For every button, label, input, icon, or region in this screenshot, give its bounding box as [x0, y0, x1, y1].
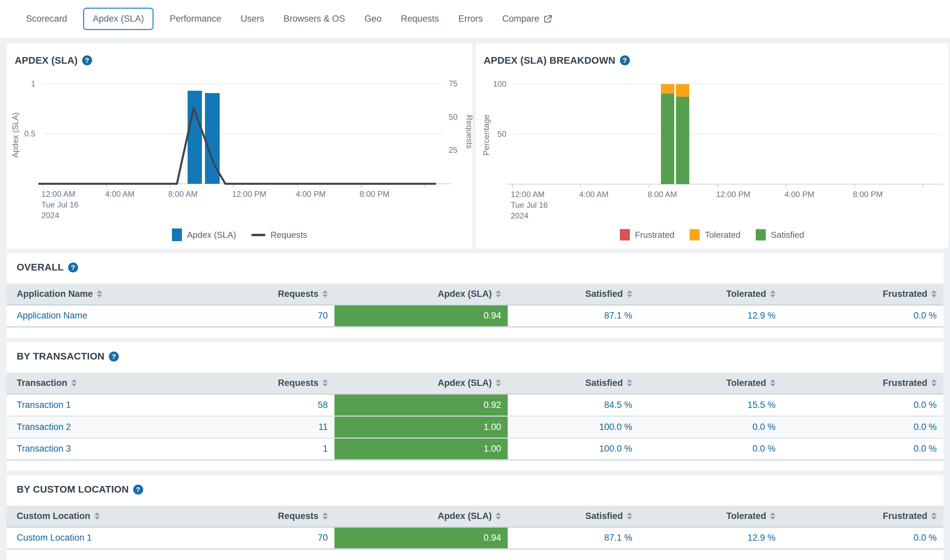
tab-requests[interactable]: Requests	[401, 14, 439, 24]
sort-icon[interactable]	[770, 379, 776, 386]
tab-apdex-sla[interactable]: Apdex (SLA)	[83, 8, 154, 30]
requests-value[interactable]: 70	[318, 533, 328, 543]
transaction-link[interactable]: Transaction 3	[17, 444, 71, 454]
custom-location-link[interactable]: Custom Location 1	[17, 533, 92, 543]
sort-icon[interactable]	[770, 290, 776, 297]
sort-icon[interactable]	[931, 379, 937, 386]
satisfied-value[interactable]: 100.0 %	[599, 444, 632, 454]
requests-value[interactable]: 58	[318, 400, 328, 410]
x-axis-ticks	[512, 184, 923, 188]
sort-icon[interactable]	[496, 290, 501, 297]
col-header-apdex[interactable]: Apdex (SLA)	[335, 506, 508, 527]
satisfied-value[interactable]: 87.1 %	[604, 311, 632, 320]
satisfied-bar-segment[interactable]	[661, 94, 674, 184]
sort-icon[interactable]	[97, 290, 102, 297]
col-header-requests[interactable]: Requests	[194, 506, 335, 527]
requests-line[interactable]	[39, 108, 436, 184]
col-header-tolerated[interactable]: Tolerated	[639, 283, 782, 305]
col-header-satisfied[interactable]: Satisfied	[508, 372, 639, 394]
sort-icon[interactable]	[94, 512, 100, 520]
overall-table: Application Name Requests Apdex (SLA) Sa…	[7, 283, 943, 328]
satisfied-value[interactable]: 100.0 %	[599, 422, 632, 432]
col-header-label: Frustrated	[882, 378, 927, 388]
tolerated-value[interactable]: 12.9 %	[747, 311, 776, 320]
tolerated-value[interactable]: 0.0 %	[753, 422, 776, 432]
apdex-score-cell: 0.94	[335, 527, 508, 549]
sort-icon[interactable]	[496, 379, 501, 386]
tab-performance[interactable]: Performance	[170, 14, 221, 24]
col-header-satisfied[interactable]: Satisfied	[508, 283, 639, 305]
tolerated-value[interactable]: 12.9 %	[747, 533, 776, 543]
col-header-tolerated[interactable]: Tolerated	[639, 372, 782, 394]
tab-errors[interactable]: Errors	[458, 14, 483, 24]
col-header-frustrated[interactable]: Frustrated	[782, 283, 943, 305]
frustrated-value[interactable]: 0.0 %	[914, 533, 937, 543]
tolerated-bar-segment[interactable]	[676, 84, 689, 97]
tolerated-bar-segment[interactable]	[661, 84, 674, 94]
col-header-satisfied[interactable]: Satisfied	[508, 506, 639, 527]
apdex-bar[interactable]	[188, 91, 202, 184]
sort-icon[interactable]	[770, 512, 776, 520]
tolerated-legend-swatch	[689, 229, 700, 240]
legend-item-requests[interactable]: Requests	[251, 230, 307, 240]
sort-icon[interactable]	[322, 290, 328, 297]
legend-item-tolerated[interactable]: Tolerated	[689, 229, 740, 240]
tab-scorecard[interactable]: Scorecard	[26, 14, 67, 24]
sort-icon[interactable]	[627, 379, 632, 386]
table-header-row: Application Name Requests Apdex (SLA) Sa…	[7, 283, 943, 305]
tab-browsers-os[interactable]: Browsers & OS	[284, 14, 345, 24]
col-header-custom-location[interactable]: Custom Location	[7, 506, 194, 527]
sort-icon[interactable]	[931, 290, 937, 297]
table-row: Transaction 3 1 1.00 100.0 % 0.0 % 0.0 %	[7, 438, 943, 460]
frustrated-value[interactable]: 0.0 %	[914, 444, 937, 454]
legend-item-frustrated[interactable]: Frustrated	[620, 229, 675, 240]
transaction-link[interactable]: Transaction 1	[17, 400, 71, 410]
frustrated-value[interactable]: 0.0 %	[914, 400, 937, 410]
help-icon[interactable]: ?	[82, 55, 92, 65]
help-icon[interactable]: ?	[620, 55, 630, 65]
tolerated-value[interactable]: 0.0 %	[753, 444, 776, 454]
col-header-frustrated[interactable]: Frustrated	[782, 506, 943, 527]
col-header-application-name[interactable]: Application Name	[7, 283, 194, 305]
table-row: Custom Location 1 70 0.94 87.1 % 12.9 % …	[7, 527, 943, 549]
tab-compare[interactable]: Compare	[502, 14, 552, 24]
col-header-apdex[interactable]: Apdex (SLA)	[335, 283, 508, 305]
help-icon[interactable]: ?	[68, 263, 78, 272]
x-axis-date: 2024	[42, 211, 59, 220]
sort-icon[interactable]	[71, 379, 77, 386]
satisfied-bar-segment[interactable]	[676, 97, 689, 184]
sort-icon[interactable]	[627, 290, 632, 297]
sort-icon[interactable]	[322, 379, 328, 386]
legend-item-satisfied[interactable]: Satisfied	[756, 229, 804, 240]
table-header-row: Custom Location Requests Apdex (SLA) Sat…	[7, 506, 943, 527]
satisfied-value[interactable]: 87.1 %	[604, 533, 632, 543]
tolerated-value[interactable]: 15.5 %	[747, 400, 776, 410]
col-header-apdex[interactable]: Apdex (SLA)	[335, 372, 508, 394]
sort-icon[interactable]	[322, 512, 328, 520]
by-transaction-title: BY TRANSACTION ?	[17, 351, 943, 362]
tab-users[interactable]: Users	[241, 14, 264, 24]
frustrated-value[interactable]: 0.0 %	[914, 311, 937, 320]
col-header-requests[interactable]: Requests	[194, 283, 335, 305]
requests-value[interactable]: 1	[323, 444, 328, 454]
col-header-transaction[interactable]: Transaction	[7, 372, 194, 394]
sort-icon[interactable]	[931, 512, 937, 520]
col-header-frustrated[interactable]: Frustrated	[782, 372, 943, 394]
help-icon[interactable]: ?	[133, 485, 143, 495]
legend-item-apdex[interactable]: Apdex (SLA)	[172, 228, 236, 241]
tab-geo[interactable]: Geo	[364, 14, 381, 24]
frustrated-value[interactable]: 0.0 %	[914, 422, 937, 432]
satisfied-value[interactable]: 84.5 %	[604, 400, 632, 410]
col-header-label: Custom Location	[17, 511, 91, 521]
external-link-icon	[543, 14, 552, 24]
col-header-requests[interactable]: Requests	[194, 372, 335, 394]
sort-icon[interactable]	[627, 512, 632, 520]
apdex-chart-title: APDEX (SLA) ?	[7, 43, 472, 68]
requests-value[interactable]: 11	[318, 422, 328, 432]
transaction-link[interactable]: Transaction 2	[17, 422, 71, 432]
sort-icon[interactable]	[496, 512, 501, 520]
help-icon[interactable]: ?	[109, 352, 119, 362]
application-name-link[interactable]: Application Name	[17, 311, 88, 320]
col-header-tolerated[interactable]: Tolerated	[639, 506, 782, 527]
requests-value[interactable]: 70	[318, 311, 328, 320]
